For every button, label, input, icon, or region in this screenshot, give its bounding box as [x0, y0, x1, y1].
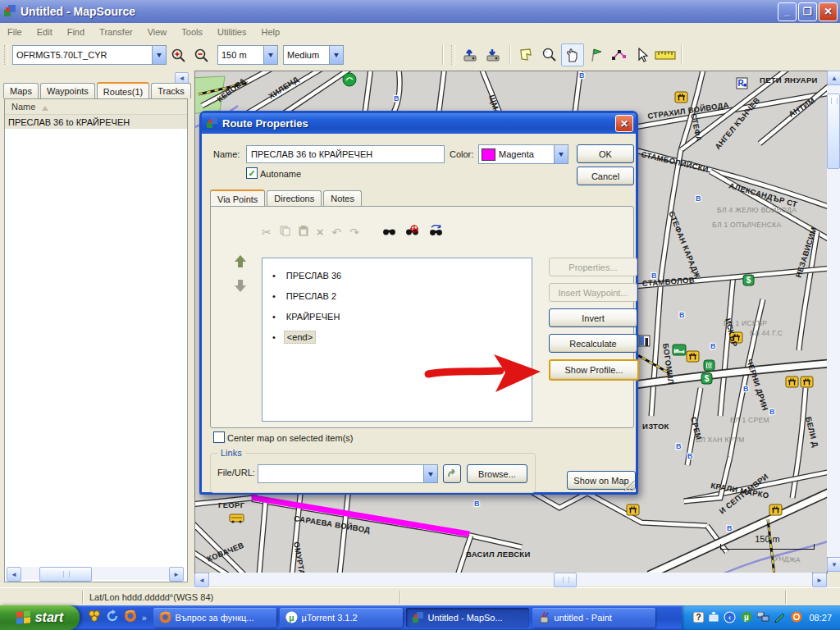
- chevron-down-icon[interactable]: [263, 46, 277, 64]
- ahead-tray-icon[interactable]: [791, 611, 802, 624]
- restore-button[interactable]: ❐: [798, 2, 817, 21]
- zoom-tool[interactable]: [538, 44, 559, 66]
- waypoint-flag-tool[interactable]: [586, 44, 607, 66]
- route-name-input[interactable]: ПРЕСЛАВ 36 to КРАЙРЕЧЕН: [246, 145, 445, 163]
- chevron-down-icon[interactable]: [329, 46, 343, 64]
- dialog-title-bar[interactable]: Route Properties ✕: [202, 113, 636, 134]
- selection-arrow-tool[interactable]: [632, 44, 653, 66]
- detail-select[interactable]: Medium: [283, 45, 344, 65]
- ok-button[interactable]: OK: [577, 144, 634, 163]
- copy-icon[interactable]: [280, 226, 290, 239]
- receive-from-device-button[interactable]: [483, 44, 504, 66]
- move-up-button[interactable]: [234, 254, 247, 272]
- waypoint-row[interactable]: •<end>: [262, 326, 532, 347]
- move-down-button[interactable]: [234, 279, 247, 296]
- invert-button[interactable]: Invert: [549, 308, 637, 327]
- delete-icon[interactable]: ×: [317, 225, 324, 239]
- mapset-select[interactable]: OFRMGT5.70LT_CYR: [12, 45, 167, 65]
- undo-icon[interactable]: ↶: [332, 226, 342, 239]
- utorrent-tray-icon[interactable]: µ: [741, 611, 752, 624]
- waypoint-row[interactable]: •КРАЙРЕЧЕН: [262, 306, 532, 326]
- zoom-in-button[interactable]: [167, 44, 189, 66]
- menu-item-tools[interactable]: Tools: [174, 25, 210, 39]
- send-to-device-button[interactable]: [460, 44, 482, 66]
- route-color-select[interactable]: Magenta: [478, 144, 568, 164]
- waypoint-row[interactable]: •ПРЕСЛАВ 36: [262, 265, 532, 285]
- scroll-left-icon[interactable]: ◄: [7, 567, 21, 582]
- start-button[interactable]: start: [0, 605, 80, 630]
- list-column-header[interactable]: Name: [5, 99, 187, 115]
- recalculate-button[interactable]: Recalculate: [549, 334, 637, 353]
- toolbar-grip[interactable]: [4, 45, 8, 65]
- map-vertical-scrollbar[interactable]: ▲ ▼: [827, 71, 840, 572]
- sidebar-tab-routes1[interactable]: Routes(1): [97, 82, 149, 99]
- zoom-out-button[interactable]: [190, 44, 212, 66]
- redo-icon[interactable]: ↷: [349, 226, 359, 239]
- menu-item-edit[interactable]: Edit: [30, 25, 60, 39]
- browse-button[interactable]: Browse...: [467, 464, 527, 483]
- sidebar-tab-waypoints[interactable]: Waypoints: [40, 83, 95, 98]
- network-tray-icon[interactable]: [757, 612, 769, 624]
- measure-ruler-tool[interactable]: [655, 44, 676, 66]
- open-link-button[interactable]: [443, 464, 461, 483]
- taskbar-task-firefox[interactable]: Въпрос за функц...: [153, 608, 276, 628]
- minimize-button[interactable]: _: [778, 2, 797, 21]
- menu-item-help[interactable]: Help: [253, 25, 287, 39]
- window-tray-icon[interactable]: [709, 612, 719, 623]
- taskbar-task-utorrent[interactable]: µµTorrent 3.1.2: [280, 608, 403, 628]
- scroll-right-icon[interactable]: ►: [812, 573, 827, 587]
- sidebar-tab-maps[interactable]: Maps: [3, 83, 39, 98]
- scroll-right-icon[interactable]: ►: [169, 567, 184, 582]
- waypoint-list[interactable]: •ПРЕСЛАВ 36•ПРЕСЛАВ 2•КРАЙРЕЧЕН•<end>: [262, 258, 532, 422]
- menu-item-find[interactable]: Find: [60, 25, 92, 39]
- cancel-button[interactable]: Cancel: [577, 167, 634, 185]
- waypoint-properties-button[interactable]: Properties...: [549, 258, 637, 276]
- scroll-down-icon[interactable]: ▼: [827, 557, 840, 572]
- dialog-tab-notes[interactable]: Notes: [323, 190, 362, 206]
- file-url-input[interactable]: [258, 464, 438, 483]
- firefox-icon[interactable]: [124, 609, 137, 626]
- dialog-resize-grip[interactable]: [624, 481, 635, 491]
- sidebar-tab-tracks[interactable]: Tracks: [151, 83, 191, 98]
- taskbar-task-mapsource[interactable]: Untitled - MapSo...: [406, 608, 529, 628]
- chevron-down-icon[interactable]: [554, 145, 568, 163]
- sync-icon[interactable]: [106, 609, 119, 626]
- chevron-down-icon[interactable]: [423, 465, 437, 482]
- hide-icons-icon[interactable]: ‹: [724, 611, 736, 625]
- pan-hand-tool[interactable]: [561, 43, 584, 66]
- scroll-left-icon[interactable]: ◄: [194, 573, 209, 587]
- paste-icon[interactable]: [299, 226, 308, 239]
- dialog-close-icon[interactable]: ✕: [615, 115, 633, 132]
- map-scale-select[interactable]: 150 m: [217, 45, 278, 65]
- clock[interactable]: 08:27: [809, 613, 832, 623]
- show-profile-button[interactable]: Show Profile...: [549, 359, 639, 381]
- menu-item-transfer[interactable]: Transfer: [92, 25, 140, 39]
- toolbar-grip[interactable]: [451, 45, 455, 65]
- menu-item-view[interactable]: View: [140, 25, 175, 39]
- cut-icon[interactable]: ✂: [262, 226, 272, 239]
- find-nearest-icon[interactable]: [404, 225, 420, 239]
- taskbar-task-paint[interactable]: untitled - Paint: [532, 608, 655, 628]
- scroll-up-icon[interactable]: ▲: [827, 71, 840, 85]
- waypoint-row[interactable]: •ПРЕСЛАВ 2: [262, 285, 532, 306]
- dialog-tab-via-points[interactable]: Via Points: [210, 189, 265, 207]
- chevron-down-icon[interactable]: [152, 46, 166, 64]
- map-horizontal-scrollbar[interactable]: ◄ ►: [194, 573, 827, 586]
- autoname-checkbox[interactable]: ✓: [246, 167, 258, 179]
- menu-item-file[interactable]: File: [0, 25, 30, 39]
- insert-waypoint-button[interactable]: Insert Waypoint...: [549, 283, 637, 302]
- sidebar-horizontal-scrollbar[interactable]: ◄ ►: [7, 567, 184, 580]
- pen-tray-icon[interactable]: [774, 612, 786, 624]
- route-list-item[interactable]: ПРЕСЛАВ 36 to КРАЙРЕЧЕН: [5, 115, 187, 129]
- help-tray-icon[interactable]: ?: [693, 612, 704, 624]
- find-next-icon[interactable]: [428, 225, 443, 239]
- menu-item-utilities[interactable]: Utilities: [210, 25, 253, 39]
- center-map-checkbox[interactable]: [213, 431, 225, 443]
- find-icon[interactable]: [382, 226, 396, 239]
- close-button[interactable]: ✕: [819, 2, 838, 21]
- route-tool[interactable]: [609, 44, 630, 66]
- dialog-tab-directions[interactable]: Directions: [267, 190, 322, 206]
- chevron-right-icon[interactable]: »: [142, 614, 147, 623]
- map-select-tool[interactable]: [515, 44, 536, 66]
- emule-icon[interactable]: [88, 609, 101, 626]
